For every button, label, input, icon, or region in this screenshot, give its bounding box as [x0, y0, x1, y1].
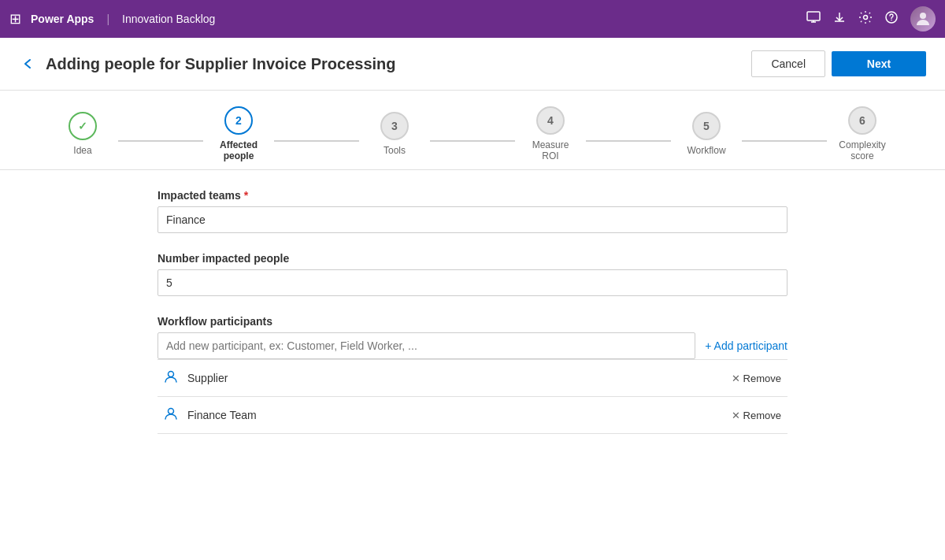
line-1-2 — [118, 140, 203, 142]
next-button[interactable]: Next — [832, 51, 926, 76]
workflow-participants-group: Workflow participants + Add participant … — [158, 315, 788, 434]
back-button[interactable] — [19, 55, 36, 72]
remove-x-icon: ✕ — [732, 373, 740, 384]
step-affected-people: 2 Affectedpeople — [203, 106, 274, 161]
grid-icon[interactable]: ⊞ — [9, 10, 21, 28]
page-header: Adding people for Supplier Invoice Proce… — [0, 38, 945, 91]
number-impacted-group: Number impacted people — [158, 252, 788, 296]
step-measure-roi: 4 MeasureROI — [515, 106, 586, 161]
add-participant-button[interactable]: + Add participant — [705, 339, 788, 352]
step-5-label: Workflow — [687, 145, 725, 156]
svg-point-1 — [864, 16, 868, 20]
participant-list: Supplier ✕ Remove Finance Team ✕ Remove — [158, 359, 788, 434]
line-5-6 — [742, 140, 827, 142]
participant-input[interactable] — [158, 332, 695, 359]
download-icon[interactable] — [833, 11, 846, 27]
topbar-icons — [806, 6, 936, 32]
step-6-circle: 6 — [848, 106, 876, 135]
separator: | — [106, 13, 109, 25]
monitor-icon[interactable] — [806, 10, 821, 28]
help-icon[interactable] — [885, 11, 898, 27]
number-impacted-label: Number impacted people — [158, 252, 788, 265]
step-tools: 3 Tools — [359, 112, 430, 156]
topbar: ⊞ Power Apps | Innovation Backlog — [0, 0, 945, 38]
svg-point-3 — [891, 20, 892, 21]
step-3-circle: 3 — [380, 112, 409, 140]
line-4-5 — [586, 140, 671, 142]
impacted-teams-group: Impacted teams* — [158, 189, 788, 233]
step-6-label: Complexityscore — [839, 139, 885, 161]
step-workflow: 5 Workflow — [671, 112, 742, 156]
participant-icon-supplier — [164, 369, 178, 387]
participant-name-finance-team: Finance Team — [187, 409, 732, 421]
page-title: Adding people for Supplier Invoice Proce… — [46, 55, 751, 73]
required-star: * — [244, 189, 248, 202]
step-4-circle: 4 — [536, 106, 565, 135]
step-1-circle: ✓ — [69, 112, 97, 140]
participant-item-finance-team: Finance Team ✕ Remove — [158, 397, 788, 434]
remove-supplier-button[interactable]: ✕ Remove — [732, 373, 781, 384]
svg-point-4 — [920, 13, 926, 19]
svg-point-6 — [169, 409, 174, 414]
app-name: Power Apps — [31, 13, 94, 25]
step-2-label: Affectedpeople — [220, 139, 258, 161]
svg-rect-0 — [807, 12, 820, 20]
line-2-3 — [274, 140, 359, 142]
number-impacted-input[interactable] — [158, 269, 788, 296]
step-4-label: MeasureROI — [532, 139, 569, 161]
impacted-teams-input[interactable] — [158, 206, 788, 233]
workflow-participants-label: Workflow participants — [158, 315, 788, 328]
app-section: Innovation Backlog — [122, 13, 215, 25]
participant-input-row: + Add participant — [158, 332, 788, 359]
participant-name-supplier: Supplier — [187, 372, 732, 384]
svg-point-5 — [169, 372, 174, 377]
line-3-4 — [430, 140, 515, 142]
remove-finance-team-button[interactable]: ✕ Remove — [732, 410, 781, 421]
participant-icon-finance-team — [164, 406, 178, 424]
settings-icon[interactable] — [858, 10, 873, 28]
avatar[interactable] — [910, 6, 936, 32]
step-3-label: Tools — [384, 145, 406, 156]
remove-x-icon-2: ✕ — [732, 410, 740, 421]
stepper: ✓ Idea 2 Affectedpeople 3 Tools 4 Measur… — [0, 91, 945, 170]
step-2-circle: 2 — [224, 106, 253, 135]
step-idea: ✓ Idea — [47, 112, 118, 156]
form-area: Impacted teams* Number impacted people W… — [0, 170, 945, 472]
participant-item-supplier: Supplier ✕ Remove — [158, 360, 788, 397]
impacted-teams-label: Impacted teams* — [158, 189, 788, 202]
step-1-label: Idea — [73, 145, 91, 156]
step-5-circle: 5 — [692, 112, 721, 140]
cancel-button[interactable]: Cancel — [751, 50, 825, 77]
step-complexity-score: 6 Complexityscore — [827, 106, 898, 161]
